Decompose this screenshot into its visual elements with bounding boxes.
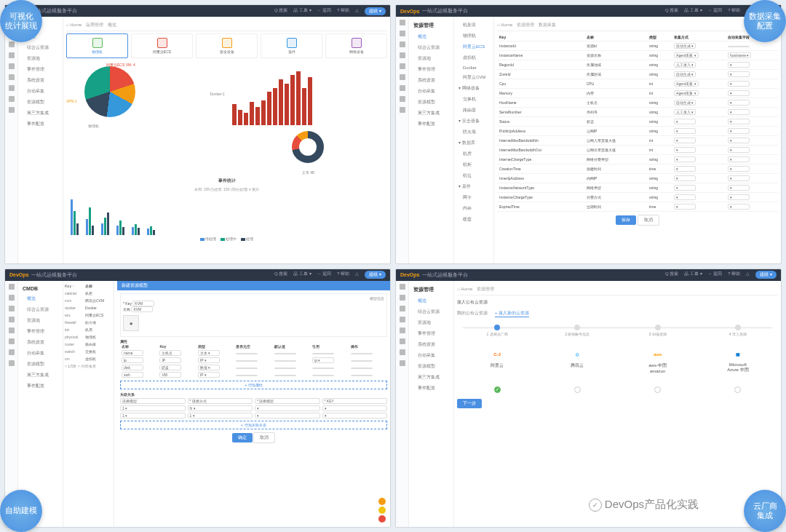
sidebar-item[interactable]: 综合云资源	[410, 42, 452, 53]
back-button[interactable]: 取消	[253, 432, 275, 443]
metric-card[interactable]: 基件	[261, 33, 322, 58]
sidebar-item[interactable]: 资源模型	[20, 359, 61, 370]
help-link[interactable]: ? 帮助	[337, 7, 349, 15]
user-menu[interactable]: 超级 ▾	[365, 7, 386, 15]
cancel-button[interactable]: 取消	[638, 215, 659, 226]
sidebar-item[interactable]: 自动采集	[20, 348, 61, 359]
badge-br: 云厂商 集成	[744, 490, 786, 532]
add-rel-button[interactable]: + 增加关联关系	[120, 421, 387, 429]
sidebar-item[interactable]: 第三方集成	[20, 108, 61, 119]
donut-chart: 正常 48	[229, 131, 388, 175]
search-link[interactable]: Q 搜索	[274, 7, 287, 15]
model-list[interactable]: Key ↑名称 cabinet机柜cvm腾讯云CVMdockerDockerec…	[63, 281, 114, 528]
cloud-option[interactable]: awsaws-中国 amazon	[643, 348, 672, 373]
table-row[interactable]: HostName主机名string自动生成 ▾▾	[497, 98, 778, 108]
table-row[interactable]: CpuCPUintAgent采集 ▾▾	[497, 79, 778, 89]
sidebar-item[interactable]: 事件配置	[410, 119, 452, 130]
table-row[interactable]: InstanceChargeType付费方式string▾▾	[497, 193, 778, 202]
attr-table: 名称Key类型是否允空默认值引用操作name主机名文本 ▾ipIPIP ▾ip …	[120, 344, 387, 378]
table-row[interactable]: PublicIpAddress公网IPstring▾▾	[497, 127, 778, 136]
cloud-radio[interactable]	[494, 386, 501, 393]
sidebar-item[interactable]: 资源池	[410, 317, 452, 328]
sidebar-item[interactable]: 事件配置	[410, 383, 452, 394]
sidebar-item[interactable]: 综合云资源	[20, 304, 61, 315]
table-row[interactable]: CreationTime创建时间time▾▾	[497, 164, 778, 174]
table-row[interactable]: Memory内存intAgent采集 ▾▾	[497, 89, 778, 98]
panel-cloud-integration: DevOps一站式运维服务平台 Q 搜索品 工单 ▾← 返回? 帮助△超级 ▾ …	[395, 269, 782, 528]
sidebar-item[interactable]: 系统设置	[20, 337, 61, 348]
header: DevOps 一站式运维服务平台 Q 搜索 品 工单 ▾ ← 返回 ? 帮助 △…	[5, 5, 390, 17]
sidebar-item[interactable]: 自动采集	[410, 350, 452, 361]
sidebar-item[interactable]: 第三方集成	[410, 108, 452, 119]
sidebar-item[interactable]: 第三方集成	[410, 372, 452, 383]
panel-modeling: DevOps一站式运维服务平台 Q 搜索品 工单 ▾← 返回? 帮助△超级 ▾ …	[4, 269, 391, 528]
sidebar-item[interactable]: 资源模型	[410, 97, 452, 108]
save-button[interactable]: 保存	[616, 215, 636, 225]
sidebar-item[interactable]: 概览	[410, 295, 452, 306]
badge-tr: 数据采集 配置	[744, 0, 786, 42]
sidebar-item[interactable]: 概览	[20, 293, 61, 304]
table-row[interactable]: ExpiredTime过期时间time▾▾	[497, 202, 778, 212]
table-row[interactable]: ZoneId所属区域string自动生成 ▾▾	[497, 70, 778, 79]
table-row[interactable]: InstanceNetworkType网络类型string▾▾	[497, 183, 778, 193]
sidebar-item[interactable]: 系统设置	[20, 75, 61, 86]
pie-chart: 阿里云ECS VM: 4 Docker:1 物理机 VPN:1	[66, 63, 225, 128]
sidebar-item[interactable]: 系统设置	[410, 339, 452, 350]
cloud-option[interactable]: C-J阿里云	[483, 348, 512, 373]
metric-card[interactable]: 网络设备	[325, 33, 387, 58]
watermark: ✓DevOps产品化实践	[589, 498, 699, 512]
sidebar-item[interactable]: 资源模型	[410, 361, 452, 372]
sidebar-item[interactable]: 资源池	[410, 53, 452, 64]
next-button[interactable]: 下一步	[457, 399, 482, 408]
tabs[interactable]: 我的公有云资源+ 接入新的云资源	[457, 310, 778, 317]
section-title: 事件统计	[66, 178, 387, 184]
badge-tl: 可视化 统计展现	[0, 0, 42, 42]
notif-icon[interactable]: △	[355, 7, 359, 15]
table-row[interactable]: InnerIpAddress内网IPstring▾▾	[497, 174, 778, 183]
table-row[interactable]: RegionId所属地域string人工录入 ▾▾	[497, 60, 778, 70]
metric-card[interactable]: 安全设备	[196, 33, 258, 58]
metric-card[interactable]: 阿里云ECS	[131, 33, 193, 58]
ok-button[interactable]: 确定	[232, 433, 253, 442]
cloud-radio[interactable]	[734, 386, 741, 393]
fields-table: Key名称类型采集方式自动采集字段 InstanceId资源Idstring自动…	[497, 33, 778, 212]
table-row[interactable]: InstanceName资源名称stringAgent采集 ▾hostname …	[497, 51, 778, 60]
metric-card[interactable]: 物理机	[66, 33, 128, 58]
sidebar-item[interactable]: 综合云资源	[410, 306, 452, 317]
sidebar-item[interactable]: 资源模型	[20, 97, 61, 108]
sidebar-item[interactable]: 事件管理	[20, 64, 61, 75]
cloud-option[interactable]: ◇腾讯云	[563, 348, 592, 373]
sidebar-item[interactable]: 资源池	[20, 315, 61, 326]
sidebar: 概览 概览综合云资源资源池事件管理系统设置自动采集资源模型第三方集成事件配置	[18, 17, 63, 263]
table-row[interactable]: Status状态string▾▾	[497, 117, 778, 127]
table-row[interactable]: InternetMaxBandwidthOut公网出带宽最大值int▾▾	[497, 146, 778, 155]
sidebar-item[interactable]: 事件配置	[20, 119, 61, 130]
cloud-radio[interactable]	[574, 386, 581, 393]
cloud-option[interactable]: ▦Microsoft Azure 中国	[723, 348, 753, 373]
legend: 待处理处理中处理	[66, 237, 387, 241]
table-row[interactable]: InternetChargeType网络付费类型string▾▾	[497, 155, 778, 164]
sidebar-item[interactable]: 综合云资源	[20, 42, 61, 53]
panel-visualization: DevOps 一站式运维服务平台 Q 搜索 品 工单 ▾ ← 返回 ? 帮助 △…	[4, 4, 391, 264]
panel-data-collection: DevOps一站式运维服务平台 Q 搜索品 工单 ▾← 返回? 帮助△超级 ▾ …	[395, 4, 782, 264]
sidebar-item[interactable]: 自动采集	[410, 86, 452, 97]
sidebar-item[interactable]: 事件管理	[410, 328, 452, 339]
table-row[interactable]: SerialNumber序列号string人工录入 ▾▾	[497, 108, 778, 117]
cloud-radio[interactable]	[654, 386, 661, 393]
back-link[interactable]: ← 返回	[317, 7, 332, 15]
sidebar-item[interactable]: 自动采集	[20, 86, 61, 97]
sidebar-item[interactable]: 系统设置	[410, 75, 452, 86]
sidebar-item[interactable]: 事件管理	[20, 326, 61, 337]
table-row[interactable]: InstanceId资源Idstring自动生成 ▾	[497, 41, 778, 51]
table-row[interactable]: InternetMaxBandwidthIn公网入带宽最大值int▾▾	[497, 136, 778, 146]
resource-tree[interactable]: 机架表物理机阿里云ECS虚拟机Docker阿里云CVM▾ 网络设备交换机路由器▾…	[454, 17, 494, 263]
sidebar-item[interactable]: 事件配置	[20, 381, 61, 392]
sidebar-item[interactable]: 资源池	[20, 53, 61, 64]
sidebar-item[interactable]: 概览	[410, 31, 452, 42]
bar-chart	[229, 63, 388, 128]
cloud-options: C-J阿里云◇腾讯云awsaws-中国 amazon▦Microsoft Azu…	[457, 348, 778, 373]
orders-menu[interactable]: 品 工单 ▾	[293, 7, 311, 15]
sidebar-item[interactable]: 事件管理	[410, 64, 452, 75]
add-attr-button[interactable]: + 增加属性	[120, 381, 387, 389]
sidebar-item[interactable]: 第三方集成	[20, 370, 61, 381]
